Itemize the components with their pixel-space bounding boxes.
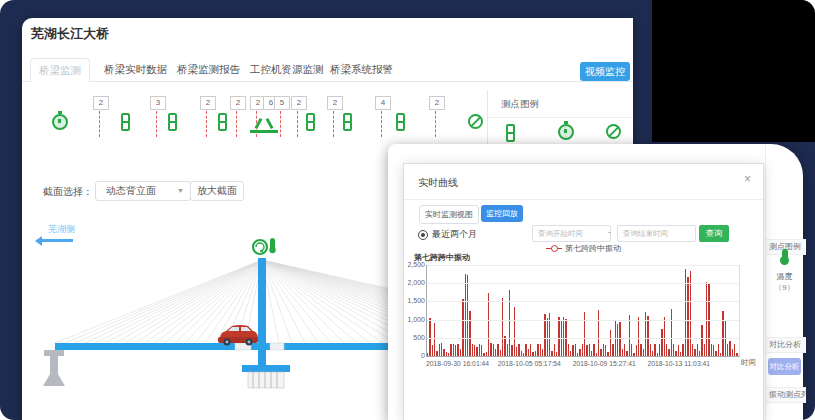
tab-monitor-playback[interactable]: 监控回放 (481, 205, 523, 222)
ban-icon[interactable] (468, 114, 483, 129)
sensor-count-badge: 2 (429, 96, 445, 110)
link-icon[interactable] (218, 113, 227, 131)
chart-bar (551, 351, 552, 356)
chart-bar (540, 344, 541, 356)
clock-icon[interactable] (558, 124, 574, 140)
chart-bar (593, 344, 594, 356)
tab-realtime-data[interactable]: 桥梁实时数据 (96, 58, 175, 80)
y-axis-label: 0 (403, 352, 425, 359)
temperature-count: （9） (766, 282, 803, 293)
background-video-window (652, 0, 815, 142)
compare-analysis-button[interactable]: 对比分析 (768, 358, 801, 375)
legend-label: 第七跨跨中振动 (565, 244, 621, 253)
chart-bar (661, 329, 662, 356)
compare-header: 对比分析 (766, 337, 806, 353)
chart-bar (507, 344, 508, 356)
bridge-icon[interactable] (250, 118, 278, 133)
chart-bar (626, 351, 627, 356)
chart-bar (434, 323, 435, 356)
chart-bar (439, 344, 440, 356)
nav-tabbar: 桥梁监测 桥梁实时数据 桥梁监测报告 工控机资源监测 桥梁系统报警 (22, 58, 633, 82)
tab-monitor-report[interactable]: 桥梁监测报告 (169, 58, 248, 80)
chart-bar (720, 353, 721, 356)
chart-bar (460, 349, 461, 356)
chart-bar (671, 309, 672, 356)
tab-system-alarm[interactable]: 桥梁系统报警 (322, 58, 401, 80)
tab-realtime-view[interactable]: 实时监测视图 (419, 205, 479, 224)
chart-bar (472, 344, 473, 356)
section-dropdown[interactable]: 动态背立面 ▼ (95, 181, 191, 201)
chart-bar (582, 344, 583, 356)
tab-bridge-monitor[interactable]: 桥梁监测 (30, 58, 90, 83)
y-axis-label: 1,500 (403, 297, 425, 304)
chart-bar (446, 352, 447, 356)
link-icon[interactable] (343, 113, 352, 131)
chart-bar (532, 352, 533, 356)
chart-bar (476, 347, 477, 356)
query-end-time-input[interactable]: 查询结束时间 (617, 225, 696, 242)
sensor-count-badge: 2 (291, 96, 307, 110)
chart-bar (495, 349, 496, 356)
chart-bar (650, 344, 651, 356)
deck-joint-right (270, 343, 284, 350)
chart-bar (645, 312, 646, 356)
chart-plot: 05001,0001,5002,0002,500 (426, 265, 740, 357)
chart-bar (692, 344, 693, 356)
chart-bar (697, 344, 698, 356)
link-icon[interactable] (121, 113, 130, 131)
chart-bar (605, 345, 606, 356)
clock-icon[interactable] (52, 114, 68, 130)
recent-two-months-radio[interactable] (418, 230, 428, 240)
search-button[interactable]: 查询 (699, 225, 729, 242)
point-list-header: 振动测点列表 (766, 387, 806, 403)
chart-bar (523, 353, 524, 356)
chart-bar (455, 345, 456, 356)
chart-bar (596, 353, 597, 356)
chart-bar (736, 353, 737, 356)
chart-bar (586, 345, 587, 356)
link-icon[interactable] (168, 113, 177, 131)
chart-bar (516, 347, 517, 356)
zoom-section-button[interactable]: 放大截面 (190, 181, 244, 201)
chart-bar (502, 298, 503, 356)
chart-bar (572, 345, 573, 356)
chart-bar (556, 352, 557, 356)
x-axis-label: 2018-10-13 11:03:41 (648, 360, 711, 367)
tab-ipc-resource[interactable]: 工控机资源监测 (242, 58, 332, 80)
tower-base-bar (242, 365, 290, 372)
sensor-count-badge: 5 (274, 96, 290, 110)
chart-bar (535, 351, 536, 356)
chart-bar (617, 324, 618, 356)
chart-bar (518, 344, 519, 356)
chart-bar (612, 344, 613, 356)
temperature-item[interactable]: 温度 （9） (766, 248, 803, 293)
video-monitor-button[interactable]: 视频监控 (580, 62, 630, 81)
sensor-dash-line (99, 111, 100, 137)
chart-bar (563, 317, 564, 356)
chart-bar (675, 351, 676, 356)
chart-bar (589, 344, 590, 356)
chart-bar (554, 344, 555, 356)
query-start-time-input[interactable]: 查询开始时间 (532, 225, 611, 242)
chart-bar (528, 349, 529, 356)
close-icon[interactable]: × (744, 173, 751, 185)
recent-two-months-label: 最近两个月 (432, 228, 477, 241)
chart-bar (462, 299, 463, 356)
ban-icon[interactable] (606, 124, 621, 139)
chart-bar (718, 344, 719, 356)
chart-bar (453, 344, 454, 356)
chart-bar (699, 351, 700, 356)
link-icon[interactable] (396, 113, 405, 131)
chart-bar (570, 351, 571, 356)
chart-bar (598, 310, 599, 356)
overlay-right-panel: 测点图例 温度 （9） 对比分析 对比分析 振动测点列表 (765, 144, 803, 420)
link-icon[interactable] (506, 124, 515, 142)
sensor-dash-line (297, 111, 298, 137)
link-icon[interactable] (306, 113, 315, 131)
chart-bar (682, 344, 683, 356)
y-axis-label: 1,000 (403, 316, 425, 323)
point-legend-header: 测点图例 (501, 98, 539, 111)
chart-bar (436, 351, 437, 356)
chart-bar (448, 353, 449, 356)
y-axis-label: 500 (403, 334, 425, 341)
